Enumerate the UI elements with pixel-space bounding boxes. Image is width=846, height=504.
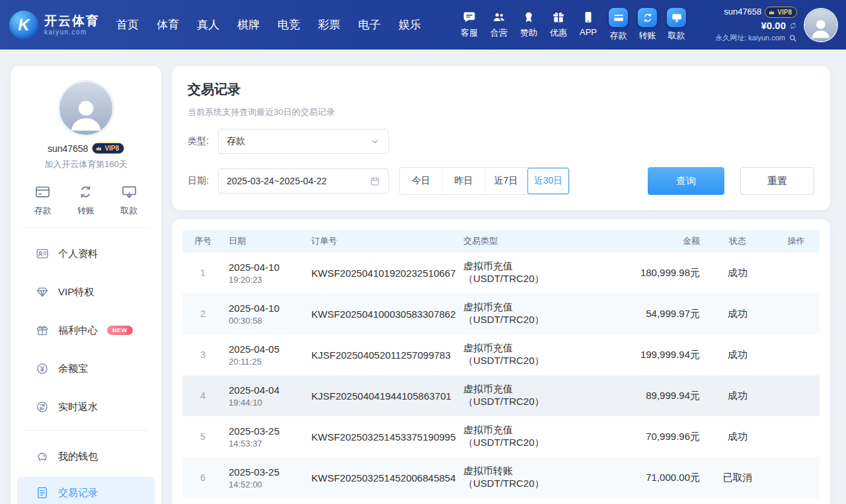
- brand-logo[interactable]: K 开云体育 kaiyun.com: [9, 11, 107, 40]
- menu-item-label: 我的钱包: [58, 450, 98, 463]
- quick-action-label: 取款: [120, 205, 137, 217]
- balance-amount: ¥0.00: [761, 18, 786, 33]
- quick-date-1[interactable]: 今日: [400, 168, 442, 194]
- vip-level-label: VIP8: [777, 8, 792, 17]
- quick-date-3[interactable]: 近7日: [484, 168, 527, 194]
- menu-item-label: 交易记录: [58, 487, 98, 499]
- site-url: 永久网址: kaiyun.com: [715, 33, 785, 44]
- row-index: 2: [182, 308, 223, 319]
- topbar-quick-item-4[interactable]: 优惠: [550, 11, 567, 39]
- search-icon[interactable]: [788, 34, 797, 42]
- nav-item-8[interactable]: 娱乐: [399, 17, 421, 32]
- sidebar: sun47658 VIP8 加入开云体育第160天 存款转账取款 个人资料VIP…: [11, 66, 161, 504]
- crown-icon: [768, 9, 775, 16]
- row-index: 4: [182, 390, 223, 401]
- row-order-no: KWSF202503251453375190995: [306, 431, 459, 443]
- row-type: 虚拟币充值（USDT/TRC20）: [459, 383, 589, 408]
- nav-item-2[interactable]: 体育: [157, 17, 179, 32]
- sidebar-item-rebate[interactable]: 实时返水: [11, 388, 161, 426]
- nav-item-4[interactable]: 棋牌: [237, 17, 260, 32]
- join-days-text: 加入开云体育第160天: [11, 159, 161, 170]
- idcard-icon: [36, 247, 49, 260]
- row-index: 5: [182, 431, 223, 442]
- menu-item-label: 实时返水: [58, 401, 98, 414]
- sidebar-menu-secondary: 我的钱包交易记录: [11, 437, 161, 504]
- rebate-icon: [36, 400, 49, 414]
- transfer-icon: [642, 12, 654, 24]
- nav-item-7[interactable]: 电子: [358, 17, 381, 32]
- quick-item-label: 赞助: [520, 27, 537, 39]
- vip-badge: VIP8: [765, 7, 797, 18]
- sidebar-quick-deposit[interactable]: 存款: [34, 184, 52, 217]
- topbar-quick-item-1[interactable]: 客服: [461, 11, 478, 39]
- row-amount: 70,999.96元: [589, 431, 703, 443]
- topbar-quick-item-5[interactable]: APP: [580, 11, 597, 39]
- username: sun47658: [724, 6, 761, 18]
- col-header-5: 金额: [589, 235, 703, 247]
- row-type: 虚拟币转账（USDT/TRC20）: [459, 465, 589, 490]
- gift-icon: [36, 324, 49, 337]
- quick-item-label: APP: [580, 27, 597, 37]
- promo-icon: [552, 11, 565, 24]
- piggy-icon: [36, 450, 49, 463]
- type-label: 类型:: [188, 135, 218, 147]
- sidebar-item-vip[interactable]: VIP特权: [11, 273, 161, 311]
- quick-action-label: 转账: [77, 205, 95, 217]
- nav-item-1[interactable]: 首页: [116, 17, 139, 32]
- sidebar-item-records[interactable]: 交易记录: [17, 477, 155, 504]
- search-button[interactable]: 查询: [648, 167, 724, 195]
- refresh-balance-icon[interactable]: [789, 22, 797, 30]
- sidebar-user-row: sun47658 VIP8: [11, 143, 161, 154]
- col-header-4: 交易类型: [459, 235, 589, 247]
- filter-buttons: 查询 重置: [648, 167, 814, 195]
- sponsor-icon: [522, 11, 535, 24]
- topbar-quick-item-3[interactable]: 赞助: [520, 11, 537, 39]
- row-amount: 199,999.94元: [589, 349, 703, 361]
- person-icon: [65, 94, 106, 135]
- table-row: 62025-03-2514:52:00KWSF20250325145200684…: [182, 457, 820, 498]
- row-status: 成功: [703, 308, 773, 320]
- wallet-button-tile: [638, 8, 657, 27]
- sidebar-item-welfare[interactable]: 福利中心NEW: [11, 311, 161, 349]
- wallet-button-3[interactable]: 取款: [667, 8, 686, 42]
- user-avatar[interactable]: [805, 9, 837, 41]
- row-type: 虚拟币充值（USDT/TRC20）: [459, 424, 589, 449]
- app-icon: [582, 11, 595, 24]
- row-order-no: KWSF202503251452006845854: [306, 472, 459, 484]
- row-amount: 89,999.94元: [589, 390, 703, 402]
- sidebar-quick-withdraw[interactable]: 取款: [120, 184, 137, 217]
- row-order-no: KWSF202504101920232510667: [306, 268, 459, 279]
- row-status: 成功: [703, 390, 773, 402]
- page-subtitle: 当前系统支持查询最近30日的交易记录: [188, 106, 814, 118]
- menu-item-label: VIP特权: [58, 286, 94, 299]
- wallet-button-tile: [667, 8, 686, 27]
- menu-item-label: 余额宝: [58, 363, 88, 375]
- date-range-input[interactable]: 2025-03-24~2025-04-22: [218, 168, 389, 194]
- quick-item-label: 客服: [461, 27, 478, 39]
- nav-item-6[interactable]: 彩票: [318, 17, 340, 32]
- sidebar-item-wallet[interactable]: 我的钱包: [11, 437, 161, 476]
- partner-icon: [492, 11, 506, 24]
- divider: [24, 430, 148, 431]
- table-row: 22025-04-1000:30:58KWSF20250410003058330…: [182, 293, 820, 334]
- nav-item-5[interactable]: 电竞: [278, 17, 300, 32]
- row-date: 2025-04-1000:30:58: [223, 303, 306, 326]
- sidebar-avatar[interactable]: [59, 82, 112, 135]
- wallet-button-2[interactable]: 转账: [638, 8, 657, 42]
- row-date: 2025-03-2514:52:00: [223, 466, 306, 489]
- quick-date-4[interactable]: 近30日: [527, 168, 569, 194]
- quick-date-2[interactable]: 昨日: [442, 168, 484, 194]
- sidebar-item-profile[interactable]: 个人资料: [11, 234, 161, 273]
- sidebar-item-yuebao[interactable]: 余额宝: [11, 349, 161, 388]
- wallet-button-1[interactable]: 存款: [609, 8, 628, 42]
- date-label: 日期:: [188, 175, 218, 187]
- type-select-value: 存款: [227, 135, 245, 147]
- reset-button[interactable]: 重置: [740, 167, 814, 195]
- type-select[interactable]: 存款: [218, 129, 389, 154]
- nav-item-3[interactable]: 真人: [197, 17, 219, 32]
- sidebar-quick-transfer[interactable]: 转账: [77, 184, 95, 217]
- quick-item-label: 合营: [490, 27, 508, 39]
- transactions-table: 序号日期订单号交易类型金额状态操作 12025-04-1019:20:23KWS…: [172, 219, 830, 504]
- topbar-quick-item-2[interactable]: 合营: [490, 11, 508, 39]
- date-filter-row: 日期: 2025-03-24~2025-04-22 今日昨日近7日近30日 查询…: [188, 167, 814, 195]
